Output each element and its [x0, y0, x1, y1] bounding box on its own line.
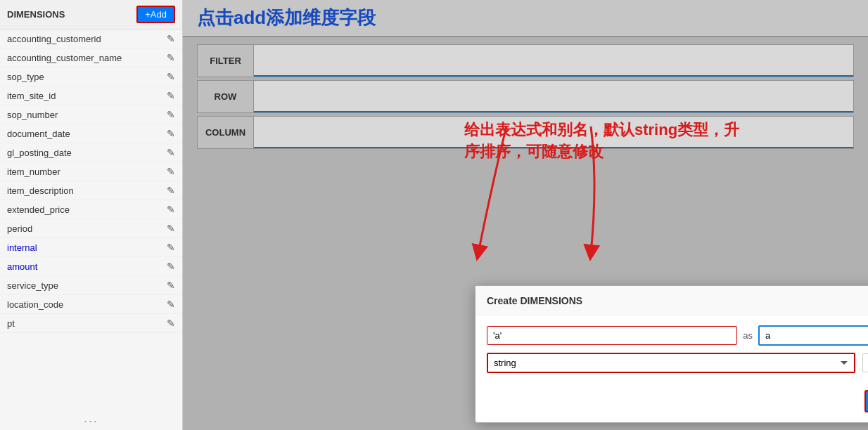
sidebar-dots: ...	[0, 407, 182, 430]
sidebar-list-item: pt✎	[0, 314, 182, 333]
sidebar-list-item: internal✎	[0, 238, 182, 257]
edit-icon[interactable]: ✎	[167, 71, 175, 82]
sidebar-item-label: accounting_customer_name	[7, 53, 122, 63]
sidebar-item-label: period	[7, 223, 32, 234]
edit-icon[interactable]: ✎	[167, 318, 175, 329]
sidebar-item-label: internal	[7, 242, 37, 253]
main-content: 点击add添加维度字段 FILTER ROW COLUMN 给出表达式和别名，默…	[183, 0, 868, 430]
sidebar-item-label: extended_price	[7, 204, 70, 215]
expression-input[interactable]	[487, 326, 737, 345]
edit-icon[interactable]: ✎	[167, 90, 175, 101]
sidebar-list-item: item_site_id✎	[0, 86, 182, 105]
sidebar-header: DIMENSIONS +Add	[0, 0, 182, 30]
alias-input[interactable]	[758, 325, 868, 346]
sidebar-list-item: sop_type✎	[0, 67, 182, 86]
edit-icon[interactable]: ✎	[167, 185, 175, 196]
edit-icon[interactable]: ✎	[167, 261, 175, 272]
sidebar-list-item: extended_price✎	[0, 200, 182, 219]
edit-icon[interactable]: ✎	[167, 242, 175, 253]
sidebar-list-item: sop_number✎	[0, 105, 182, 124]
sidebar-title: DIMENSIONS	[7, 9, 65, 20]
edit-icon[interactable]: ✎	[167, 299, 175, 310]
sidebar-item-label: gl_posting_date	[7, 148, 72, 158]
sidebar-list-item: service_type✎	[0, 276, 182, 295]
sidebar-list: accounting_customerid✎accounting_custome…	[0, 30, 182, 407]
sidebar-item-label: service_type	[7, 280, 58, 291]
modal-row2: stringnumberdate ASCDESC Link	[487, 353, 868, 373]
add-button[interactable]: +Add	[136, 6, 175, 23]
sidebar-item-label: item_description	[7, 185, 74, 196]
sidebar-item-label: sop_type	[7, 72, 44, 82]
as-label: as	[743, 330, 753, 341]
ok-button[interactable]: Ok	[864, 390, 868, 412]
edit-icon[interactable]: ✎	[167, 33, 175, 44]
modal-header: Create DIMENSIONS ×	[476, 286, 868, 315]
sidebar-item-label: pt	[7, 318, 15, 329]
edit-icon[interactable]: ✎	[167, 109, 175, 120]
sidebar-item-label: location_code	[7, 299, 63, 310]
sidebar-item-label: document_date	[7, 129, 70, 139]
edit-icon[interactable]: ✎	[167, 147, 175, 158]
type-select[interactable]: stringnumberdate	[487, 353, 855, 373]
sidebar-list-item: document_date✎	[0, 124, 182, 143]
sidebar: DIMENSIONS +Add accounting_customerid✎ac…	[0, 0, 183, 430]
modal-overlay: Create DIMENSIONS × as stringnumberdate …	[183, 0, 868, 430]
sidebar-item-label: sop_number	[7, 110, 58, 120]
create-dimensions-modal: Create DIMENSIONS × as stringnumberdate …	[475, 285, 868, 423]
sidebar-list-item: amount✎	[0, 257, 182, 276]
modal-row1: as	[487, 325, 868, 346]
sidebar-list-item: item_number✎	[0, 162, 182, 181]
sidebar-list-item: gl_posting_date✎	[0, 143, 182, 162]
edit-icon[interactable]: ✎	[167, 128, 175, 139]
sidebar-list-item: accounting_customerid✎	[0, 30, 182, 48]
modal-body: as stringnumberdate ASCDESC Link	[476, 315, 868, 383]
sidebar-list-item: period✎	[0, 219, 182, 238]
sidebar-item-label: accounting_customerid	[7, 34, 101, 44]
sidebar-item-label: item_number	[7, 167, 60, 177]
sidebar-list-item: location_code✎	[0, 295, 182, 314]
modal-footer: Ok Cancel	[476, 383, 868, 422]
edit-icon[interactable]: ✎	[167, 204, 175, 215]
edit-icon[interactable]: ✎	[167, 52, 175, 63]
sidebar-item-label: amount	[7, 261, 37, 272]
modal-title: Create DIMENSIONS	[487, 295, 582, 306]
sidebar-item-label: item_site_id	[7, 91, 56, 101]
sidebar-list-item: item_description✎	[0, 181, 182, 200]
order-select[interactable]: ASCDESC	[862, 353, 868, 372]
edit-icon[interactable]: ✎	[167, 280, 175, 291]
edit-icon[interactable]: ✎	[167, 223, 175, 234]
sidebar-list-item: accounting_customer_name✎	[0, 48, 182, 67]
edit-icon[interactable]: ✎	[167, 166, 175, 177]
